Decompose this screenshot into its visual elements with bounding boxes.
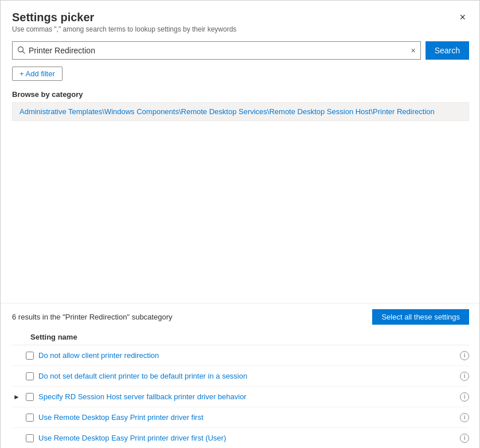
svg-line-1 <box>23 51 25 53</box>
setting-checkbox[interactable] <box>26 414 34 422</box>
table-row: Use Remote Desktop Easy Print printer dr… <box>12 407 469 428</box>
info-icon[interactable]: i <box>460 372 469 381</box>
table-row: Do not set default client printer to be … <box>12 366 469 387</box>
dialog-header: Settings picker Use commas "," among sea… <box>1 1 480 37</box>
results-count-text: 6 results in the "Printer Redirection" s… <box>12 313 172 321</box>
settings-list: Setting name Do not allow client printer… <box>1 330 480 448</box>
setting-name[interactable]: Do not allow client printer redirection <box>38 351 456 360</box>
setting-checkbox[interactable] <box>26 434 34 442</box>
results-bar: 6 results in the "Printer Redirection" s… <box>1 303 480 330</box>
info-icon[interactable]: i <box>460 413 469 422</box>
search-input[interactable] <box>29 46 407 55</box>
header-left: Settings picker Use commas "," among sea… <box>12 11 236 33</box>
column-header: Setting name <box>12 330 469 345</box>
table-row: Use Remote Desktop Easy Print printer dr… <box>12 428 469 448</box>
search-button[interactable]: Search <box>426 41 469 60</box>
setting-name[interactable]: Use Remote Desktop Easy Print printer dr… <box>38 413 456 422</box>
settings-picker-dialog: Settings picker Use commas "," among sea… <box>1 1 480 448</box>
dialog-title: Settings picker <box>12 11 236 24</box>
clear-search-button[interactable]: × <box>411 46 415 54</box>
info-icon[interactable]: i <box>460 434 469 443</box>
search-input-wrapper: × <box>12 41 421 60</box>
close-button[interactable]: × <box>456 11 469 24</box>
setting-name[interactable]: Do not set default client printer to be … <box>38 372 456 380</box>
checkbox-cell <box>25 352 35 360</box>
search-icon <box>17 46 25 56</box>
spacer <box>1 123 480 303</box>
search-row: × Search <box>1 37 480 64</box>
table-row: ► Specify RD Session Host server fallbac… <box>12 387 469 407</box>
setting-checkbox[interactable] <box>26 372 34 380</box>
chevron-cell[interactable]: ► <box>12 393 21 401</box>
dialog-subtitle: Use commas "," among search terms to loo… <box>12 25 236 33</box>
checkbox-cell <box>25 372 35 380</box>
setting-checkbox[interactable] <box>26 352 34 360</box>
select-all-button[interactable]: Select all these settings <box>372 309 469 325</box>
info-icon[interactable]: i <box>460 351 469 360</box>
setting-name[interactable]: Specify RD Session Host server fallback … <box>38 392 456 401</box>
setting-name[interactable]: Use Remote Desktop Easy Print printer dr… <box>38 434 456 442</box>
results-count-value: 6 results in the "Printer Redirection" s… <box>12 313 172 321</box>
filter-row: + Add filter <box>1 64 480 85</box>
checkbox-cell <box>25 414 35 422</box>
browse-section: Browse by category Administrative Templa… <box>1 85 480 123</box>
checkbox-cell <box>25 393 35 401</box>
checkbox-cell <box>25 434 35 442</box>
info-icon[interactable]: i <box>460 392 469 402</box>
add-filter-button[interactable]: + Add filter <box>12 67 63 81</box>
table-row: Do not allow client printer redirection … <box>12 345 469 366</box>
category-path[interactable]: Administrative Templates\Windows Compone… <box>12 102 469 121</box>
browse-label: Browse by category <box>12 90 469 99</box>
setting-checkbox[interactable] <box>26 393 34 401</box>
